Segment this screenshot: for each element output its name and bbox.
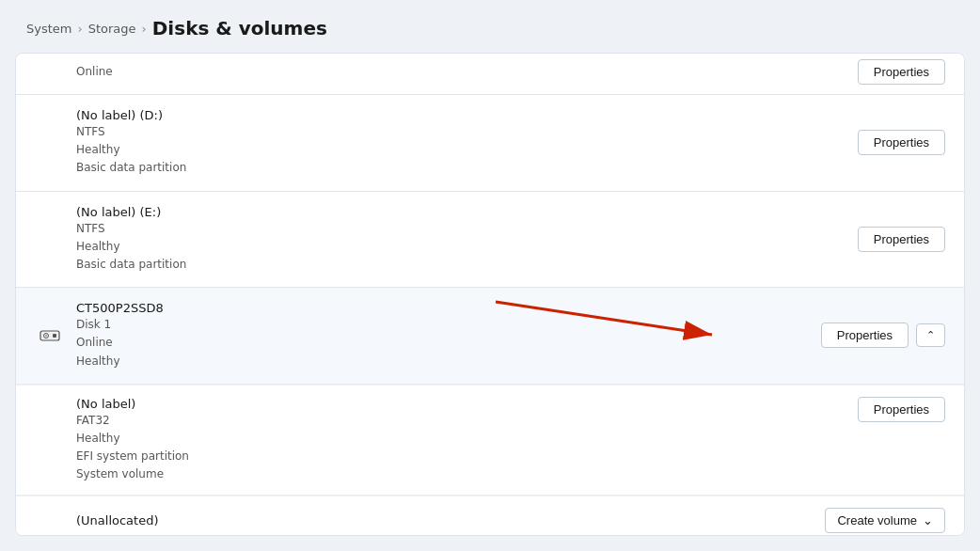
disk-e-section: (No label) (E:) NTFSHealthyBasic data pa…	[16, 192, 964, 289]
disk-e-actions: Properties	[858, 227, 945, 252]
breadcrumb-sep1: ›	[77, 22, 82, 36]
disk-ct500-properties-button[interactable]: Properties	[821, 323, 909, 348]
volume-unallocated-actions: Create volume ⌄	[825, 508, 945, 533]
disk-d-row: (No label) (D:) NTFSHealthyBasic data pa…	[16, 95, 964, 191]
disk-ct500-section: CT500P2SSD8 Disk 1OnlineHealthy Properti…	[16, 288, 964, 536]
page-title: Disks & volumes	[152, 17, 327, 39]
page-container: System › Storage › Disks & volumes Onlin…	[0, 0, 980, 551]
volume-efi-row: (No label) FAT32HealthyEFI system partit…	[16, 385, 964, 496]
top-partial-properties-button[interactable]: Properties	[858, 59, 945, 85]
disk-d-section: (No label) (D:) NTFSHealthyBasic data pa…	[16, 95, 964, 192]
top-partial-detail: Online	[76, 63, 858, 81]
breadcrumb-storage[interactable]: Storage	[88, 22, 136, 36]
disk-ct500-actions: Properties ⌃	[821, 323, 945, 348]
disk-ct500-info: CT500P2SSD8 Disk 1OnlineHealthy	[76, 301, 821, 370]
breadcrumb-sep2: ›	[142, 22, 147, 36]
volume-unallocated-create-button[interactable]: Create volume ⌄	[825, 508, 945, 533]
volume-efi-properties-button[interactable]: Properties	[858, 397, 945, 422]
volume-unallocated-label: (Unallocated)	[76, 513, 825, 527]
disk-d-details: NTFSHealthyBasic data partition	[76, 123, 858, 178]
disk-ct500-label: CT500P2SSD8	[76, 301, 821, 315]
disk-ct500-collapse-button[interactable]: ⌃	[916, 323, 945, 347]
breadcrumb: System › Storage › Disks & volumes	[0, 0, 980, 53]
content-area: Online Properties (No label) (D:) NTFSHe…	[15, 53, 965, 536]
disk-e-details: NTFSHealthyBasic data partition	[76, 220, 858, 275]
svg-rect-3	[53, 334, 56, 338]
volume-efi-label: (No label)	[76, 397, 858, 411]
volume-unallocated-info: (Unallocated)	[76, 513, 825, 528]
volume-efi-actions: Properties	[858, 397, 945, 422]
volume-unallocated-row: (Unallocated) Create volume ⌄	[16, 496, 964, 536]
disk-e-row: (No label) (E:) NTFSHealthyBasic data pa…	[16, 192, 964, 288]
disk-d-actions: Properties	[858, 130, 945, 155]
disk-d-label: (No label) (D:)	[76, 108, 858, 122]
volume-efi-info: (No label) FAT32HealthyEFI system partit…	[76, 397, 858, 484]
disk-ct500-details: Disk 1OnlineHealthy	[76, 316, 821, 370]
volume-efi-details: FAT32HealthyEFI system partitionSystem v…	[76, 412, 858, 484]
disk-e-info: (No label) (E:) NTFSHealthyBasic data pa…	[76, 205, 858, 275]
top-partial-info: Online	[76, 63, 858, 81]
disk-d-properties-button[interactable]: Properties	[858, 130, 945, 155]
breadcrumb-system[interactable]: System	[26, 22, 71, 36]
top-partial-row: Online Properties	[16, 54, 964, 95]
disk-d-info: (No label) (D:) NTFSHealthyBasic data pa…	[76, 108, 858, 178]
svg-point-5	[45, 335, 47, 337]
disk-ct500-header-row: CT500P2SSD8 Disk 1OnlineHealthy Properti…	[16, 288, 964, 385]
disk-e-properties-button[interactable]: Properties	[858, 227, 945, 252]
hard-drive-icon	[40, 329, 60, 342]
disk-e-label: (No label) (E:)	[76, 205, 858, 219]
create-volume-chevron-icon: ⌄	[923, 513, 933, 527]
top-partial-actions: Properties	[858, 59, 945, 85]
disk-ct500-icon	[35, 329, 65, 342]
